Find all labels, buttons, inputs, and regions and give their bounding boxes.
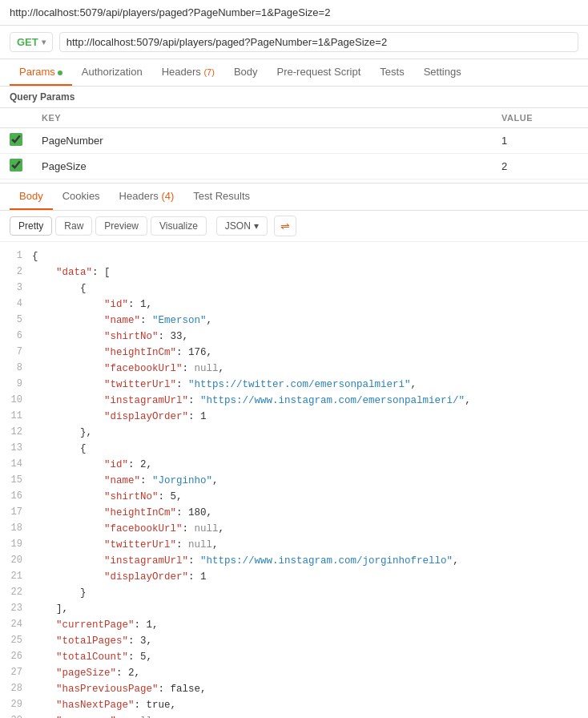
json-line: 9 "twitterUrl": "https://twitter.com/eme… <box>0 377 588 393</box>
chevron-down-icon: ▾ <box>42 38 46 46</box>
response-tab-test-results[interactable]: Test Results <box>183 184 260 210</box>
line-number: 9 <box>6 377 32 393</box>
json-line: 30 "messages": null, <box>0 713 588 718</box>
chevron-down-icon: ▾ <box>254 220 259 232</box>
wrap-button[interactable]: ⇌ <box>274 216 296 236</box>
json-line: 16 "shirtNo": 5, <box>0 489 588 505</box>
tab-headers[interactable]: Headers (7) <box>152 59 224 86</box>
json-line: 7 "heightInCm": 176, <box>0 345 588 361</box>
line-number: 26 <box>6 649 32 665</box>
line-content: ], <box>32 601 582 617</box>
line-number: 27 <box>6 665 32 681</box>
line-content: "name": "Jorginho", <box>32 473 582 489</box>
json-line: 24 "currentPage": 1, <box>0 617 588 633</box>
line-content: "totalPages": 3, <box>32 633 582 649</box>
col-key: KEY <box>32 108 492 128</box>
json-line: 10 "instagramUrl": "https://www.instagra… <box>0 393 588 409</box>
json-line: 1{ <box>0 248 588 264</box>
json-line: 4 "id": 1, <box>0 296 588 313</box>
line-number: 2 <box>6 264 32 280</box>
line-content: "messages": null, <box>32 713 582 718</box>
view-raw-button[interactable]: Raw <box>55 216 92 236</box>
table-row: PageNumber 1 <box>0 128 588 154</box>
line-number: 4 <box>6 296 32 313</box>
line-number: 15 <box>6 473 32 489</box>
method-label: GET <box>17 36 38 48</box>
json-line: 29 "hasNextPage": true, <box>0 697 588 713</box>
line-number: 28 <box>6 681 32 697</box>
row1-key[interactable]: PageNumber <box>32 128 492 154</box>
json-line: 23 ], <box>0 601 588 617</box>
line-number: 3 <box>6 280 32 296</box>
row2-value[interactable]: 2 <box>492 154 588 180</box>
line-content: "name": "Emerson", <box>32 313 582 329</box>
json-line: 19 "twitterUrl": null, <box>0 537 588 553</box>
response-tab-body[interactable]: Body <box>10 184 53 210</box>
tab-authorization[interactable]: Authorization <box>72 59 152 86</box>
line-number: 20 <box>6 553 32 569</box>
json-line: 27 "pageSize": 2, <box>0 665 588 681</box>
method-select[interactable]: GET ▾ <box>10 32 53 52</box>
line-number: 14 <box>6 457 32 473</box>
line-content: "currentPage": 1, <box>32 617 582 633</box>
row1-checkbox[interactable] <box>10 133 22 146</box>
row2-checkbox[interactable] <box>10 159 22 171</box>
response-tab-cookies[interactable]: Cookies <box>53 184 110 210</box>
tab-params[interactable]: Params <box>10 59 72 86</box>
line-content: "instagramUrl": "https://www.instagram.c… <box>32 553 582 569</box>
json-line: 28 "hasPreviousPage": false, <box>0 681 588 697</box>
line-content: "facebookUrl": null, <box>32 361 582 377</box>
line-number: 16 <box>6 489 32 505</box>
line-number: 7 <box>6 345 32 361</box>
query-params-label: Query Params <box>0 87 588 108</box>
view-visualize-button[interactable]: Visualize <box>151 216 207 236</box>
line-content: { <box>32 441 582 457</box>
url-bar-text: http://localhost:5079/api/players/paged?… <box>10 6 330 18</box>
line-number: 1 <box>6 248 32 264</box>
line-content: "shirtNo": 5, <box>32 489 582 505</box>
line-content: "hasNextPage": true, <box>32 697 582 713</box>
tab-pre-request-script[interactable]: Pre-request Script <box>268 59 371 86</box>
line-content: { <box>32 280 582 296</box>
url-bar: http://localhost:5079/api/players/paged?… <box>0 0 588 26</box>
request-tabs: Params Authorization Headers (7) Body Pr… <box>0 59 588 87</box>
line-number: 22 <box>6 585 32 601</box>
body-controls: Pretty Raw Preview Visualize JSON ▾ ⇌ <box>0 211 588 242</box>
json-line: 6 "shirtNo": 33, <box>0 329 588 345</box>
format-select[interactable]: JSON ▾ <box>216 216 268 236</box>
view-pretty-button[interactable]: Pretty <box>10 216 52 236</box>
line-number: 5 <box>6 313 32 329</box>
line-number: 30 <box>6 713 32 718</box>
col-checkbox <box>0 108 32 128</box>
line-content: "facebookUrl": null, <box>32 521 582 537</box>
url-input[interactable] <box>59 32 578 52</box>
line-number: 24 <box>6 617 32 633</box>
json-line: 13 { <box>0 441 588 457</box>
row2-key[interactable]: PageSize <box>32 154 492 180</box>
response-tabs: Body Cookies Headers (4) Test Results <box>0 183 588 211</box>
line-content: "displayOrder": 1 <box>32 409 582 425</box>
json-line: 5 "name": "Emerson", <box>0 313 588 329</box>
line-content: "twitterUrl": "https://twitter.com/emers… <box>32 377 582 393</box>
row1-value[interactable]: 1 <box>492 128 588 154</box>
json-line: 21 "displayOrder": 1 <box>0 569 588 585</box>
response-tab-headers[interactable]: Headers (4) <box>110 184 184 210</box>
tab-tests[interactable]: Tests <box>370 59 413 86</box>
col-value: VALUE <box>492 108 588 128</box>
line-content: "hasPreviousPage": false, <box>32 681 582 697</box>
json-line: 8 "facebookUrl": null, <box>0 361 588 377</box>
json-line: 17 "heightInCm": 180, <box>0 505 588 521</box>
tab-body[interactable]: Body <box>224 59 268 86</box>
line-content: "heightInCm": 180, <box>32 505 582 521</box>
line-number: 23 <box>6 601 32 617</box>
line-number: 21 <box>6 569 32 585</box>
line-number: 18 <box>6 521 32 537</box>
view-preview-button[interactable]: Preview <box>95 216 147 236</box>
line-number: 12 <box>6 425 32 441</box>
json-line: 18 "facebookUrl": null, <box>0 521 588 537</box>
json-line: 11 "displayOrder": 1 <box>0 409 588 425</box>
line-content: "id": 2, <box>32 457 582 473</box>
tab-settings[interactable]: Settings <box>414 59 471 86</box>
line-content: }, <box>32 425 582 441</box>
json-line: 3 { <box>0 280 588 296</box>
